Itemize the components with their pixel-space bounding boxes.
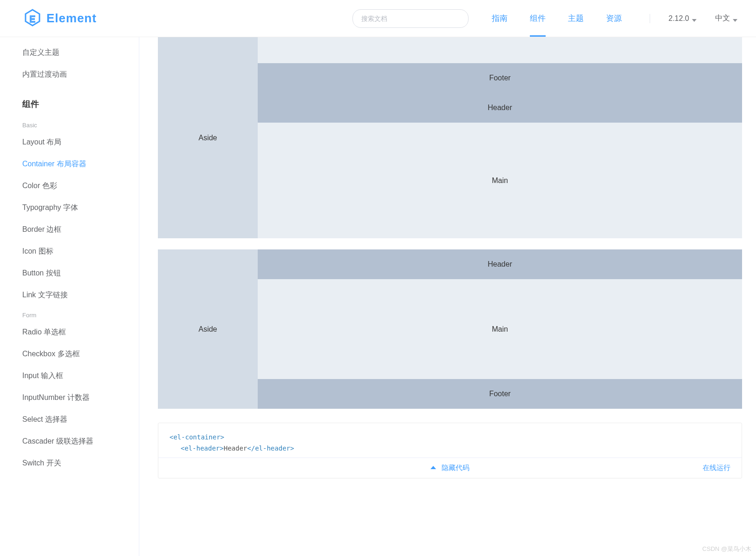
logo[interactable]: Element xyxy=(23,8,97,29)
sidebar-item-button[interactable]: Button 按钮 xyxy=(22,262,139,284)
header-center: 指南 组件 主题 资源 xyxy=(352,0,622,37)
header-right: 2.12.0 中文 xyxy=(650,13,737,23)
lang-label: 中文 xyxy=(715,13,730,23)
top-header: Element 指南 组件 主题 资源 2.12.0 中文 xyxy=(0,0,756,37)
lang-dropdown[interactable]: 中文 xyxy=(715,13,737,23)
logo-icon xyxy=(23,8,42,29)
nav-links: 指南 组件 主题 资源 xyxy=(492,0,622,37)
sidebar-item-layout[interactable]: Layout 布局 xyxy=(22,131,139,153)
sidebar-item-checkbox[interactable]: Checkbox 多选框 xyxy=(22,343,139,365)
el-main: Main xyxy=(258,123,742,238)
sidebar-item-icon[interactable]: Icon 图标 xyxy=(22,241,139,262)
sidebar-item-input[interactable]: Input 输入框 xyxy=(22,365,139,387)
nav-resource[interactable]: 资源 xyxy=(606,0,622,37)
sidebar-item-border[interactable]: Border 边框 xyxy=(22,219,139,241)
el-header: Header xyxy=(258,93,742,123)
main-content: Aside Footer Header Main Aside Header Ma… xyxy=(139,37,756,556)
el-container-inner: Footer Header Main xyxy=(258,37,742,238)
el-aside: Aside xyxy=(158,249,258,409)
sidebar-item-cascader[interactable]: Cascader 级联选择器 xyxy=(22,431,139,452)
sidebar: 自定义主题 内置过渡动画 组件 Basic Layout 布局 Containe… xyxy=(0,37,139,556)
code-body: <el-container> <el-header>Header</el-hea… xyxy=(158,423,742,458)
code-line-2: <el-header>Header</el-header> xyxy=(169,443,730,454)
sidebar-sub-form: Form xyxy=(22,306,139,321)
sidebar-item-color[interactable]: Color 色彩 xyxy=(22,175,139,197)
demo-block-2: Aside Header Main Footer xyxy=(158,249,742,409)
sidebar-item-select[interactable]: Select 选择器 xyxy=(22,409,139,431)
el-main: Main xyxy=(258,279,742,379)
el-footer: Footer xyxy=(258,379,742,409)
code-block: <el-container> <el-header>Header</el-hea… xyxy=(158,423,742,478)
hide-code-label: 隐藏代码 xyxy=(442,464,469,471)
sidebar-item-typography[interactable]: Typography 字体 xyxy=(22,197,139,219)
sidebar-item-transition[interactable]: 内置过渡动画 xyxy=(22,64,139,85)
el-main-top xyxy=(258,37,742,63)
sidebar-item-custom-theme[interactable]: 自定义主题 xyxy=(22,42,139,64)
el-container: Aside Footer Header Main xyxy=(158,37,742,238)
el-container: Aside Header Main Footer xyxy=(158,249,742,409)
sidebar-sub-basic: Basic xyxy=(22,116,139,131)
el-aside: Aside xyxy=(158,37,258,238)
sidebar-item-container[interactable]: Container 布局容器 xyxy=(22,153,139,175)
el-footer: Footer xyxy=(258,63,742,93)
caret-up-icon xyxy=(430,466,436,469)
sidebar-group-title: 组件 xyxy=(22,85,139,116)
el-header: Header xyxy=(258,249,742,279)
sidebar-item-inputnumber[interactable]: InputNumber 计数器 xyxy=(22,387,139,409)
version-dropdown[interactable]: 2.12.0 xyxy=(669,14,697,23)
el-container-inner: Header Main Footer xyxy=(258,249,742,409)
online-run-button[interactable]: 在线运行 xyxy=(703,464,730,472)
code-tag: <el-container> xyxy=(169,433,224,441)
code-text: Header xyxy=(224,445,248,452)
chevron-down-icon xyxy=(692,16,697,21)
logo-text: Element xyxy=(46,11,97,26)
sidebar-item-radio[interactable]: Radio 单选框 xyxy=(22,321,139,343)
sidebar-item-link[interactable]: Link 文字链接 xyxy=(22,284,139,306)
code-tag: </el-header> xyxy=(247,445,294,452)
chevron-down-icon xyxy=(733,16,737,21)
body-wrap: 自定义主题 内置过渡动画 组件 Basic Layout 布局 Containe… xyxy=(0,37,756,556)
nav-guide[interactable]: 指南 xyxy=(492,0,508,37)
demo-block-1: Aside Footer Header Main xyxy=(158,37,742,238)
divider xyxy=(650,14,650,23)
nav-theme[interactable]: 主题 xyxy=(568,0,584,37)
sidebar-item-switch[interactable]: Switch 开关 xyxy=(22,452,139,474)
search-input[interactable] xyxy=(352,9,469,28)
code-control[interactable]: 隐藏代码 在线运行 xyxy=(158,458,742,478)
code-line-1: <el-container> xyxy=(169,432,730,443)
version-label: 2.12.0 xyxy=(669,14,689,23)
nav-component[interactable]: 组件 xyxy=(530,0,546,37)
code-tag: <el-header> xyxy=(181,445,224,452)
